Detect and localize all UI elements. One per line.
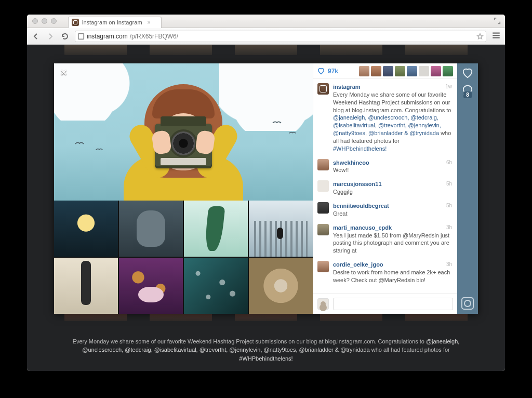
fullscreen-icon[interactable] — [494, 17, 501, 24]
post-photo-grid — [54, 201, 313, 314]
comment-text: Wow!! — [333, 167, 349, 173]
caption-mentions[interactable]: @janealeigh, @unclescrooch, @tedcraig, @… — [333, 114, 441, 136]
commenter-username[interactable]: marcusjonsson11 — [333, 181, 382, 187]
back-button[interactable] — [31, 32, 41, 41]
author-username[interactable]: instagram — [333, 84, 361, 90]
grid-thumb — [249, 258, 313, 314]
comment-composer — [313, 293, 457, 314]
likes-count[interactable]: 97k — [328, 68, 338, 75]
likes-row: 97k — [313, 63, 457, 79]
action-rail: 8 — [457, 63, 478, 314]
liker-avatars[interactable] — [359, 66, 453, 76]
post-sidebar: 97k 1w instagram Every Monday we share s… — [313, 63, 478, 314]
comment-item: 6hshwekhineooWow!! — [313, 155, 457, 177]
bookmark-star-icon[interactable] — [476, 33, 484, 40]
caption-text-pre: Every Monday we share some of our favori… — [333, 91, 451, 113]
commenter-username[interactable]: cordie_oelke_jgoo — [333, 261, 383, 268]
comment-text: Yea I just made $1.50 from @MaryRedsin j… — [333, 232, 449, 254]
address-bar[interactable]: instagram.com/p/RX65rFBQW6/ — [75, 31, 486, 42]
grid-thumb — [184, 258, 248, 314]
comments-scroll[interactable]: 1w instagram Every Monday we share some … — [313, 79, 457, 293]
commenter-avatar[interactable] — [317, 261, 329, 272]
post-caption: 1w instagram Every Monday we share some … — [313, 79, 457, 155]
forward-button[interactable] — [46, 32, 55, 41]
comment-input[interactable] — [333, 298, 453, 310]
grid-thumb — [249, 201, 313, 257]
grid-thumb — [119, 258, 183, 314]
comment-age: 5h — [446, 202, 452, 209]
post-age: 1w — [445, 83, 452, 90]
browser-tab[interactable]: instagram on Instagram × — [68, 17, 162, 28]
overlay-hashtag[interactable]: #WHPbehindthelens! — [239, 355, 292, 362]
like-button-icon[interactable] — [462, 68, 473, 79]
heart-icon — [317, 68, 325, 75]
instagram-favicon-icon — [72, 19, 79, 26]
comment-count-badge: 8 — [463, 91, 472, 98]
window-titlebar: instagram on Instagram × — [27, 15, 505, 28]
svg-rect-0 — [78, 33, 84, 39]
commenter-username[interactable]: benniitwouldbegreat — [333, 203, 389, 209]
comment-item: 3hmarti_mancuso_cpdkYea I just made $1.5… — [313, 220, 457, 257]
browser-toolbar: instagram.com/p/RX65rFBQW6/ — [27, 28, 505, 45]
page-content: ✕ — [27, 45, 505, 371]
post-hero-image — [54, 63, 313, 201]
background-thumbs-bottom — [27, 314, 505, 321]
comment-age: 5h — [446, 180, 452, 188]
post-media — [54, 63, 313, 314]
lightbox-caption-overlay: Every Monday we share some of our favori… — [63, 337, 469, 363]
caption-hashtag[interactable]: #WHPbehindthelens! — [333, 145, 387, 152]
grid-thumb — [54, 201, 118, 257]
comment-item: 5hbenniitwouldbegreatGreat — [313, 198, 457, 220]
traffic-lights[interactable] — [32, 18, 57, 24]
commenter-username[interactable]: shwekhineoo — [333, 160, 369, 166]
comment-text: Cgggjfg — [333, 189, 353, 195]
post-lightbox: ✕ — [54, 63, 478, 314]
chrome-menu-icon[interactable] — [491, 31, 501, 42]
commenter-avatar[interactable] — [317, 180, 329, 192]
author-avatar[interactable] — [317, 83, 329, 95]
reload-button[interactable] — [60, 32, 70, 41]
url-path: /p/RX65rFBQW6/ — [130, 33, 178, 40]
url-host: instagram.com — [87, 33, 128, 40]
grid-thumb — [119, 201, 183, 257]
close-icon[interactable]: ✕ — [60, 69, 70, 78]
commenter-avatar[interactable] — [317, 202, 329, 214]
comment-item: 3hcordie_oelke_jgooDesire to work from h… — [313, 257, 457, 286]
comment-age: 3h — [446, 224, 452, 231]
illustration-girl-camera — [124, 81, 243, 201]
comment-text: Great — [333, 210, 348, 217]
comment-age: 6h — [446, 159, 452, 166]
comment-item: 5hmarcusjonsson11Cgggjfg — [313, 176, 457, 198]
my-avatar — [317, 298, 329, 310]
site-info-icon[interactable] — [77, 33, 85, 40]
comment-text: Desire to work from home and make 2k+ ea… — [333, 269, 450, 283]
instagram-glyph-icon[interactable] — [461, 297, 474, 310]
commenter-username[interactable]: marti_mancuso_cpdk — [333, 224, 392, 231]
background-thumbs-top — [27, 45, 505, 55]
commenter-avatar[interactable] — [317, 224, 329, 235]
grid-thumb — [184, 201, 248, 257]
comment-age: 3h — [446, 261, 452, 268]
grid-thumb — [54, 258, 118, 314]
tab-close-icon[interactable]: × — [148, 19, 151, 25]
tab-title: instagram on Instagram — [82, 19, 142, 25]
commenter-avatar[interactable] — [317, 159, 329, 170]
browser-window: instagram on Instagram × instagram.com/p… — [27, 15, 505, 371]
